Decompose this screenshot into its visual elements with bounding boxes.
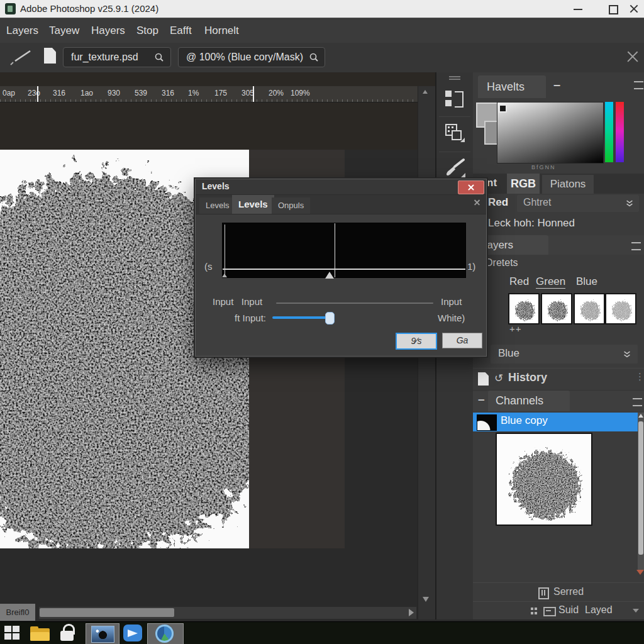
scrollbar-thumb[interactable] (40, 608, 174, 617)
cancel-button[interactable]: Ga (442, 333, 482, 348)
panel-menu-icon[interactable] (633, 398, 642, 406)
red-channel-row: Red Ghtret (473, 195, 644, 214)
channel-select-dropdown[interactable]: Blue (491, 345, 638, 364)
filename-text: fur_texture.psd (71, 48, 138, 67)
black-point-slider[interactable] (222, 274, 227, 277)
filename-box[interactable]: fur_texture.psd (63, 47, 171, 67)
ok-button[interactable]: 9⁄s (396, 333, 437, 350)
search-icon[interactable] (154, 52, 164, 62)
view-status-box[interactable]: @ 100% (Blue cory/Mask) (178, 47, 325, 67)
minimize-icon[interactable] (574, 9, 582, 10)
footer-label[interactable]: Layed (585, 604, 613, 616)
channel-thumb-red[interactable] (508, 293, 540, 325)
scroll-right-icon[interactable] (409, 609, 414, 616)
horizontal-ruler: 0ap 23o 316 1ao 930 539 316 1% 175 305 2… (0, 86, 418, 103)
midtone-slider[interactable] (325, 272, 334, 279)
layer-box-icon[interactable] (543, 607, 556, 616)
tab-levels-1[interactable]: Levels (199, 197, 236, 214)
channel-thumb-green[interactable] (541, 293, 572, 325)
channels-header[interactable]: – Channels (473, 391, 644, 411)
panel-menu-icon[interactable] (634, 81, 643, 89)
windows-taskbar (0, 621, 644, 644)
tab-onpuls[interactable]: Onpuls (272, 197, 310, 214)
tab-havelts[interactable]: Havelts (478, 75, 546, 98)
taskbar-browser-button[interactable] (147, 623, 184, 644)
folder-icon[interactable] (30, 625, 50, 641)
scroll-up-icon[interactable] (423, 90, 428, 94)
input-row1-right: Input (441, 296, 462, 307)
dropdown-value: Blue (498, 347, 519, 360)
scroll-down-icon[interactable] (636, 570, 644, 575)
maximize-icon[interactable] (609, 5, 618, 14)
levels-dialog: Levels Levels Levels Onpuls (s 1) Input … (195, 179, 487, 357)
tab-piatons[interactable]: Piatons (542, 175, 594, 194)
scrollbar-thumb[interactable] (638, 421, 643, 555)
menu-item-eafft[interactable]: Eafft (170, 25, 192, 37)
file-icon[interactable] (44, 48, 56, 64)
label-red[interactable]: Red (509, 275, 529, 288)
blue-slider-track[interactable] (272, 316, 328, 319)
messenger-icon[interactable] (123, 625, 142, 641)
scroll-down-icon[interactable] (423, 597, 429, 602)
start-button-icon[interactable] (4, 626, 21, 641)
menu-item-stop[interactable]: Stop (136, 25, 158, 37)
ruler-tick: 0ap (3, 89, 15, 97)
divider (439, 152, 470, 152)
label-green[interactable]: Green (536, 275, 565, 289)
channel-row-blue-copy[interactable]: Blue copy (473, 413, 638, 431)
tab-rgb[interactable]: RGB (507, 174, 540, 194)
label-blue[interactable]: Blue (576, 275, 597, 288)
tab-levels-2[interactable]: Levels (232, 195, 274, 214)
send-icon[interactable] (538, 587, 549, 599)
search-icon[interactable] (309, 52, 319, 62)
red-label: Red (488, 196, 508, 209)
blue-slider-handle[interactable] (325, 312, 335, 325)
lock-icon[interactable] (59, 624, 77, 641)
tab-nt[interactable]: nt (487, 177, 497, 189)
panel-grip-icon[interactable] (449, 76, 460, 77)
chevron-double-icon (623, 351, 631, 358)
dialog-title-bar[interactable]: Levels (196, 179, 486, 195)
menu-item-tayew[interactable]: Tayew (49, 25, 79, 37)
mask-thumbnail[interactable] (477, 414, 497, 431)
history-row[interactable]: ↺ History ⋮ (473, 368, 644, 391)
menu-bar: Layers Tayew Hayers Stop Eafft Hornelt (0, 18, 644, 44)
dots-menu-icon[interactable]: ⋮ (635, 371, 644, 382)
channel-thumb-blue-copy[interactable] (605, 293, 636, 325)
layers-header[interactable]: Layers (473, 235, 644, 255)
input-slider-track[interactable] (276, 303, 433, 304)
ruler-tick: 23o (28, 89, 40, 97)
menu-item-hornelt[interactable]: Hornelt (204, 25, 239, 37)
channel-preview-thumbnail[interactable] (496, 433, 592, 526)
ruler-cursor-mark (37, 86, 38, 102)
chevron-double-icon (625, 200, 634, 207)
blue-select-row: | ✓ Blue (473, 343, 644, 365)
panel-menu-icon[interactable] (631, 242, 641, 250)
collapse-minus-icon[interactable]: – (478, 392, 485, 406)
color-bar-red-violet[interactable] (616, 102, 624, 162)
color-gradient-picker[interactable] (497, 102, 604, 164)
brush-tool-icon[interactable] (444, 158, 467, 179)
grid-icon[interactable] (531, 608, 533, 610)
collapse-minus-icon[interactable]: – (553, 77, 560, 92)
chevron-down-icon[interactable] (633, 609, 639, 613)
color-bar-cyan-green[interactable] (605, 102, 613, 162)
dialog-close-button[interactable] (458, 180, 484, 194)
lock-row: ✓ Leck hoh: Honned (473, 215, 644, 234)
taskbar-photoshop-button[interactable] (86, 623, 119, 644)
title-bar[interactable]: Adobe Photoshop v25.9.1 (2024) (0, 0, 644, 18)
copy-merged-tool-icon[interactable] (445, 124, 467, 145)
footer-label[interactable]: Serred (553, 586, 584, 597)
scroll-up-icon[interactable] (638, 414, 643, 418)
channel-thumb-blue[interactable] (574, 293, 605, 325)
details-text: Dretets (486, 257, 518, 269)
ghtret-dropdown[interactable]: Ghtret (517, 195, 639, 212)
panel-scrollbar[interactable] (638, 413, 644, 570)
menu-item-hayers[interactable]: Hayers (91, 25, 125, 37)
canvas-horizontal-scrollbar[interactable] (39, 607, 416, 619)
arrange-tool-icon[interactable] (445, 90, 465, 109)
menu-item-layers[interactable]: Layers (6, 25, 38, 37)
line-tool-icon[interactable] (9, 49, 33, 65)
footer-label[interactable]: Suid (558, 604, 579, 616)
pasteboard-upper (0, 72, 435, 150)
